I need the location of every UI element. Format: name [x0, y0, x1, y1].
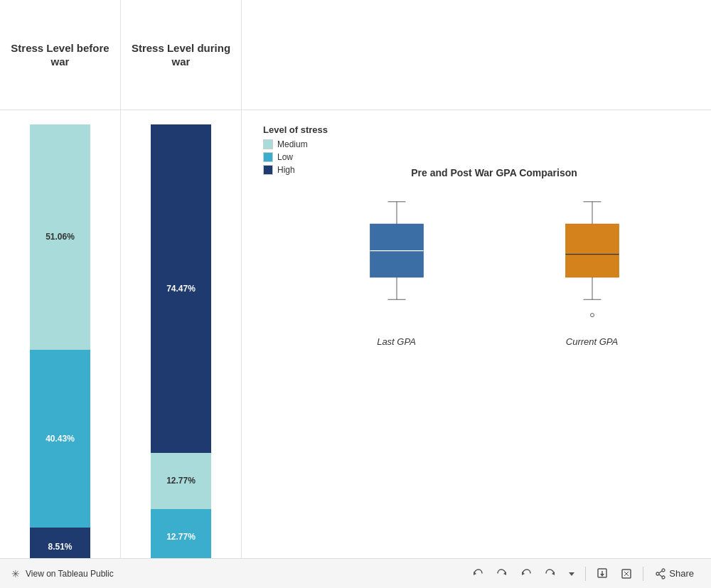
header-col1: Stress Level before war — [0, 0, 121, 109]
download-button[interactable] — [592, 565, 613, 583]
toolbar-divider-2 — [643, 567, 643, 581]
toolbar: ✳ View on Tableau Public Share — [0, 558, 711, 588]
toolbar-divider — [585, 567, 586, 581]
tableau-logo-icon: ✳ — [11, 568, 20, 579]
content-row: 51.06%40.43%8.51% 74.47%12.77%12.77% Lev… — [0, 110, 711, 565]
forward-icon — [544, 567, 557, 580]
header-col2: Stress Level during war — [121, 0, 242, 109]
boxplot-current-gpa-svg — [528, 188, 656, 331]
share-label: Share — [669, 568, 694, 579]
bar-during-panel: 74.47%12.77%12.77% — [121, 110, 242, 565]
undo-button[interactable] — [467, 565, 488, 583]
header-col1-text: Stress Level before war — [7, 41, 113, 69]
legend-item-label: Low — [277, 152, 293, 162]
svg-marker-20 — [600, 574, 604, 577]
redo-icon — [496, 567, 508, 580]
header-col3 — [242, 0, 711, 109]
bar-during-stack: 74.47%12.77%12.77% — [151, 124, 211, 565]
legend-color-swatch — [263, 139, 273, 149]
share-button[interactable]: Share — [649, 565, 700, 582]
bar-before-stack: 51.06%40.43%8.51% — [30, 124, 90, 565]
share-icon — [655, 568, 666, 579]
svg-line-28 — [659, 574, 662, 577]
toolbar-right: Share — [467, 565, 700, 583]
boxplot-last-gpa-label: Last GPA — [377, 336, 416, 347]
view-tableau-label[interactable]: View on Tableau Public — [26, 569, 114, 579]
expand-icon — [620, 567, 633, 580]
bar-during-segment: 74.47% — [151, 124, 211, 453]
download-icon — [596, 567, 609, 580]
back-icon — [520, 567, 533, 580]
forward-dropdown-button[interactable] — [564, 567, 579, 580]
svg-rect-8 — [565, 224, 619, 277]
toolbar-left: ✳ View on Tableau Public — [11, 568, 114, 579]
legend-item: Low — [263, 152, 328, 162]
header-row: Stress Level before war Stress Level dur… — [0, 0, 711, 110]
bar-during-segment: 12.77% — [151, 509, 211, 565]
header-col2-text: Stress Level during war — [128, 41, 234, 69]
svg-point-24 — [662, 569, 665, 572]
bar-before-segment: 40.43% — [30, 350, 90, 528]
undo-icon — [471, 567, 484, 580]
back-button[interactable] — [515, 565, 537, 583]
legend-item-label: High — [277, 165, 295, 175]
forward-button[interactable] — [540, 565, 561, 583]
svg-point-26 — [662, 576, 665, 579]
main-panel: Level of stress MediumLowHigh Pre and Po… — [242, 110, 711, 565]
svg-marker-17 — [569, 572, 574, 576]
boxplot-last-gpa-svg — [333, 188, 461, 331]
svg-line-27 — [659, 571, 662, 573]
legend-item: Medium — [263, 139, 328, 149]
boxplot-current-gpa-label: Current GPA — [566, 336, 618, 347]
boxplots-container: Last GPA — [299, 188, 690, 523]
svg-point-25 — [656, 572, 659, 575]
boxplot-title: Pre and Post War GPA Comparison — [299, 167, 690, 178]
chevron-down-icon — [568, 570, 575, 577]
boxplot-current-gpa: Current GPA — [521, 188, 663, 347]
boxplot-last-gpa: Last GPA — [326, 188, 468, 347]
legend-item-label: Medium — [277, 139, 308, 149]
bar-before-segment: 51.06% — [30, 124, 90, 350]
legend-color-swatch — [263, 165, 273, 175]
expand-button[interactable] — [616, 565, 637, 583]
bar-before-panel: 51.06%40.43%8.51% — [0, 110, 121, 565]
boxplot-area: Pre and Post War GPA Comparison — [299, 167, 690, 523]
legend-color-swatch — [263, 152, 273, 162]
bar-during-segment: 12.77% — [151, 453, 211, 509]
legend-title: Level of stress — [263, 124, 328, 135]
redo-button[interactable] — [491, 565, 513, 583]
svg-point-12 — [590, 314, 594, 317]
